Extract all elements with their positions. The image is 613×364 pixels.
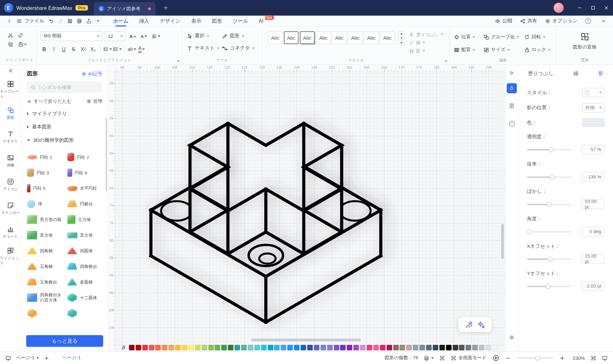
no-fill-icon[interactable] <box>121 345 126 350</box>
rotate-button[interactable]: 回転 <box>522 34 553 40</box>
palette-swatch[interactable] <box>380 345 385 350</box>
shape-item[interactable]: 四角錐 <box>26 243 66 259</box>
palette-swatch[interactable] <box>175 345 181 350</box>
format-painter-button[interactable] <box>18 33 31 38</box>
slider[interactable] <box>527 231 571 232</box>
palette-swatch[interactable] <box>241 345 247 350</box>
shadow-color-picker[interactable] <box>583 118 604 127</box>
palette-swatch[interactable] <box>287 345 293 350</box>
shape-item[interactable]: 四面体 <box>66 243 106 259</box>
style-preset-7[interactable]: Abc <box>364 31 379 44</box>
page-view-icon[interactable] <box>5 355 11 361</box>
palette-swatch[interactable] <box>386 345 392 350</box>
sidebar-item-charts[interactable]: チャート <box>0 221 21 245</box>
palette-swatch[interactable] <box>439 345 445 350</box>
menu-tab-insert[interactable]: 挿入 <box>139 15 149 26</box>
add-page-button[interactable] <box>44 355 49 361</box>
font-size-select[interactable]: 12 <box>105 31 126 41</box>
palette-swatch[interactable] <box>321 345 326 350</box>
slider-thumb[interactable] <box>549 147 554 152</box>
page-fit-button[interactable] <box>602 355 608 361</box>
tab-fill[interactable]: 塗りつぶし <box>528 70 554 77</box>
palette-swatch[interactable] <box>208 345 213 350</box>
palette-swatch[interactable] <box>340 345 346 350</box>
minimize-button[interactable] <box>573 0 586 16</box>
palette-swatch[interactable] <box>492 345 498 350</box>
shape-item[interactable]: 多面錐 <box>66 274 106 290</box>
layers-button[interactable] <box>424 355 434 361</box>
palette-swatch[interactable] <box>307 345 313 350</box>
palette-swatch[interactable] <box>142 345 148 350</box>
select-tool-button[interactable]: 選択 <box>187 33 222 40</box>
palette-swatch[interactable] <box>472 345 478 350</box>
slider-value-field[interactable]: 53.00 pt <box>582 200 604 209</box>
shadow-button[interactable]: 影 <box>409 47 443 54</box>
slider[interactable] <box>527 286 571 287</box>
style-preset-2[interactable]: Abc <box>284 31 299 44</box>
fit-to-window-button[interactable] <box>591 355 596 361</box>
shape-item[interactable]: 四角錐台 <box>66 259 106 274</box>
palette-swatch[interactable] <box>129 345 135 350</box>
slider-thumb[interactable] <box>526 229 531 234</box>
palette-swatch[interactable] <box>406 345 412 350</box>
slider[interactable] <box>527 258 571 260</box>
char-spacing-button[interactable]: ab <box>128 44 136 54</box>
sidebar-item-shapes[interactable]: 図形 <box>0 102 21 125</box>
style-preset-8[interactable]: Abc <box>380 31 395 44</box>
back-button[interactable] <box>5 16 14 26</box>
ai-sparkles-button[interactable] <box>477 321 485 328</box>
lock-button[interactable]: ロック <box>522 47 553 53</box>
palette-swatch[interactable] <box>274 345 280 350</box>
strikethrough-button[interactable]: S <box>69 44 78 54</box>
collapse-all-button[interactable]: すべて折りたたむ <box>34 98 72 105</box>
vertical-scrollbar[interactable] <box>501 224 504 259</box>
palette-swatch[interactable] <box>426 345 431 350</box>
shape-item[interactable]: 五角錐台 <box>26 274 66 290</box>
shape-item[interactable] <box>66 306 106 321</box>
subscript-button[interactable]: X₂ <box>89 44 97 54</box>
increase-font-button[interactable]: A <box>128 31 137 41</box>
menu-tab-view[interactable]: 表示 <box>191 15 201 26</box>
page-selector[interactable]: ページ-1 <box>16 355 39 361</box>
bullet-list-button[interactable] <box>113 44 122 54</box>
palette-swatch[interactable] <box>221 345 227 350</box>
sidebar-item-image[interactable]: 画像 <box>0 149 21 173</box>
slider-value-field[interactable]: -2.00 pt <box>582 282 604 291</box>
export-button[interactable] <box>84 16 93 26</box>
new-tab-button[interactable] <box>161 3 170 12</box>
palette-swatch[interactable] <box>235 345 240 350</box>
library-item-basic-shapes[interactable]: 基本図形 <box>21 120 108 134</box>
palette-swatch[interactable] <box>162 345 167 350</box>
save-button[interactable] <box>65 16 74 26</box>
shape-item[interactable]: 水平円柱 <box>66 180 106 196</box>
slider-value-field[interactable]: 139 % <box>582 172 604 181</box>
tab-shadow[interactable]: 影 <box>599 70 604 77</box>
text-tool-button[interactable]: テキスト <box>187 45 222 52</box>
style-preset-1[interactable]: Abc <box>268 31 283 44</box>
shape-item[interactable]: 円柱 4 <box>66 165 106 180</box>
library-item-3d-shapes[interactable]: 3Dの幾何学的図形 <box>21 133 108 147</box>
palette-swatch[interactable] <box>301 345 306 350</box>
sidebar-item-templates[interactable]: テンプレート <box>0 78 21 102</box>
page-settings-button[interactable] <box>507 101 517 111</box>
zoom-in-button[interactable] <box>559 355 565 361</box>
shape-item[interactable]: 球 <box>26 196 66 212</box>
palette-swatch[interactable] <box>149 345 154 350</box>
font-color-button[interactable]: A <box>137 44 146 54</box>
palette-swatch[interactable] <box>136 345 141 350</box>
style-gallery-up-button[interactable] <box>398 32 405 35</box>
fill-tab-button[interactable] <box>507 83 517 94</box>
help-button[interactable]: ? <box>585 18 591 24</box>
style-preset-6[interactable]: Abc <box>348 31 363 44</box>
palette-swatch[interactable] <box>433 345 438 350</box>
horizontal-scrollbar[interactable] <box>252 339 361 342</box>
toolbar-more-button[interactable] <box>94 16 103 26</box>
share-button[interactable]: 共有 <box>520 18 537 24</box>
style-gallery-down-button[interactable] <box>398 36 405 40</box>
slider-value-field[interactable]: 57 % <box>582 145 604 154</box>
menu-tab-ai[interactable]: AIhot <box>259 15 263 26</box>
style-preset-3[interactable]: Abc <box>300 31 314 44</box>
palette-swatch[interactable] <box>281 345 286 350</box>
canvas-drawing[interactable] <box>115 72 505 352</box>
position-button[interactable]: 位置 <box>452 34 481 40</box>
